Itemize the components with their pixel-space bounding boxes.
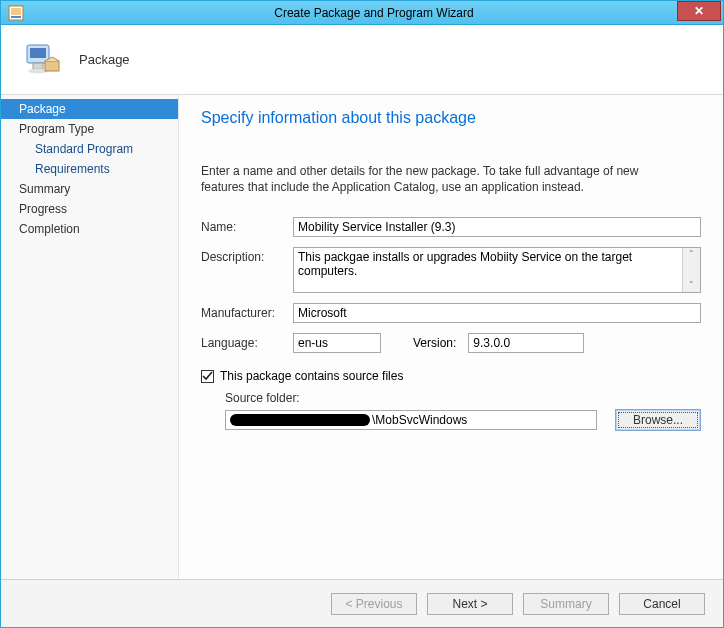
description-scrollbar[interactable]: ˄ ˅ <box>682 248 700 292</box>
source-folder-label: Source folder: <box>225 391 701 405</box>
page-title: Specify information about this package <box>201 109 701 127</box>
sidebar-item-program-type[interactable]: Program Type <box>1 119 178 139</box>
manufacturer-input[interactable] <box>293 303 701 323</box>
wizard-window: Create Package and Program Wizard ✕ Pack… <box>0 0 724 628</box>
description-text[interactable]: This packgae installs or upgrades Mobiit… <box>294 248 682 292</box>
svg-rect-7 <box>45 61 59 71</box>
version-input[interactable] <box>468 333 584 353</box>
summary-button: Summary <box>523 593 609 615</box>
app-icon <box>7 4 25 22</box>
sidebar-item-completion[interactable]: Completion <box>1 219 178 239</box>
wizard-sidebar: PackageProgram TypeStandard ProgramRequi… <box>1 95 179 579</box>
source-files-checkbox-label: This package contains source files <box>220 369 403 383</box>
source-folder-path-suffix: \MobSvcWindows <box>372 413 467 427</box>
scroll-down-icon[interactable]: ˅ <box>689 279 694 292</box>
sidebar-item-progress[interactable]: Progress <box>1 199 178 219</box>
sidebar-item-requirements[interactable]: Requirements <box>1 159 178 179</box>
previous-button: < Previous <box>331 593 417 615</box>
close-icon: ✕ <box>694 4 704 18</box>
titlebar: Create Package and Program Wizard ✕ <box>1 1 723 25</box>
wizard-footer: < Previous Next > Summary Cancel <box>1 579 723 627</box>
sidebar-item-standard-program[interactable]: Standard Program <box>1 139 178 159</box>
page-instructions: Enter a name and other details for the n… <box>201 163 671 195</box>
description-label: Description: <box>201 247 293 264</box>
redacted-path-segment <box>230 414 370 426</box>
language-label: Language: <box>201 333 293 350</box>
wizard-content: Specify information about this package E… <box>179 95 723 579</box>
header-label: Package <box>79 52 130 67</box>
sidebar-item-summary[interactable]: Summary <box>1 179 178 199</box>
window-title: Create Package and Program Wizard <box>25 6 723 20</box>
svg-rect-5 <box>33 63 43 69</box>
browse-button[interactable]: Browse... <box>615 409 701 431</box>
manufacturer-label: Manufacturer: <box>201 303 293 320</box>
version-label: Version: <box>413 336 456 350</box>
cancel-button[interactable]: Cancel <box>619 593 705 615</box>
name-input[interactable] <box>293 217 701 237</box>
language-input[interactable] <box>293 333 381 353</box>
wizard-body: PackageProgram TypeStandard ProgramRequi… <box>1 95 723 579</box>
svg-rect-4 <box>30 48 46 58</box>
scroll-up-icon[interactable]: ˄ <box>689 248 694 261</box>
name-label: Name: <box>201 217 293 234</box>
source-files-checkbox-row[interactable]: This package contains source files <box>201 369 701 383</box>
svg-rect-1 <box>11 8 21 15</box>
package-icon <box>21 39 63 81</box>
sidebar-item-package[interactable]: Package <box>1 99 178 119</box>
next-button[interactable]: Next > <box>427 593 513 615</box>
source-files-checkbox[interactable] <box>201 370 214 383</box>
svg-rect-2 <box>11 16 21 18</box>
close-button[interactable]: ✕ <box>677 1 721 21</box>
wizard-header: Package <box>1 25 723 95</box>
source-folder-input[interactable]: \MobSvcWindows <box>225 410 597 430</box>
description-field[interactable]: This packgae installs or upgrades Mobiit… <box>293 247 701 293</box>
